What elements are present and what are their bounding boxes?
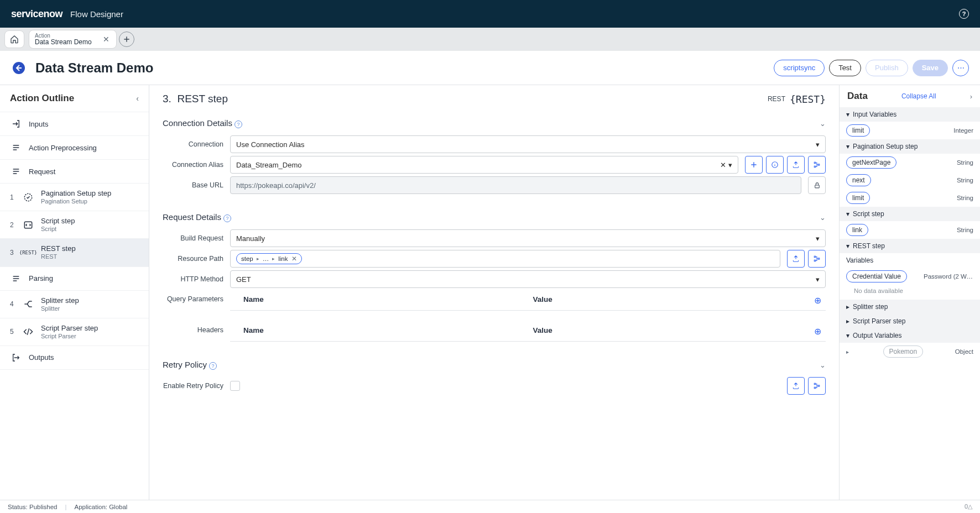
- var-pill-pokemon[interactable]: Pokemon: [883, 346, 924, 358]
- baseurl-field: https://pokeapi.co/api/v2/: [230, 176, 801, 194]
- section-connection: Connection Details? ⌄ Connection Use Con…: [149, 108, 839, 202]
- tab-strip: Action Data Stream Demo ✕: [0, 28, 980, 51]
- group-pagination[interactable]: ▾Pagination Setup step: [840, 139, 980, 154]
- var-pill-next[interactable]: next: [846, 174, 871, 186]
- script-icon: [22, 219, 34, 231]
- add-alias-button[interactable]: [745, 156, 763, 174]
- outline-step-4[interactable]: 4 Splitter stepSplitter: [0, 290, 149, 318]
- resource-path-input[interactable]: step ▸ … ▸ link ✕: [230, 250, 780, 268]
- data-panel: Data Collapse All › ▾Input Variables lim…: [840, 85, 980, 500]
- group-splitter[interactable]: ▸Splitter step: [840, 300, 980, 314]
- svg-rect-12: [814, 387, 815, 388]
- var-pill-getnextpage[interactable]: getNextPage: [846, 156, 896, 169]
- chevron-down-icon: ▾: [816, 275, 820, 284]
- outline-step-1[interactable]: 1 Pagination Setup stepPagination Setup: [0, 183, 149, 211]
- outline-outputs[interactable]: Outputs: [0, 346, 149, 370]
- svg-rect-13: [818, 385, 819, 386]
- info-button[interactable]: [766, 156, 784, 174]
- clear-icon[interactable]: ✕: [720, 161, 726, 169]
- tab-action[interactable]: Action Data Stream Demo ✕: [29, 30, 117, 49]
- step-type-label: REST: [768, 95, 785, 103]
- chevron-down-icon[interactable]: ⌄: [820, 361, 826, 369]
- outline-step-5[interactable]: 5 Script Parser stepScript Parser: [0, 318, 149, 346]
- alias-select[interactable]: Data_Stream_Demo ✕▾: [230, 156, 738, 174]
- group-script[interactable]: ▾Script step: [840, 207, 980, 221]
- query-params-table: Name Value ⊕: [230, 291, 826, 311]
- retry-checkbox[interactable]: [230, 381, 240, 391]
- group-input-vars[interactable]: ▾Input Variables: [840, 107, 980, 122]
- collapse-all-link[interactable]: Collapse All: [901, 92, 936, 100]
- splitter-icon: [22, 298, 34, 310]
- build-request-select[interactable]: Manually ▾: [230, 229, 826, 247]
- warning-count-icon[interactable]: 0△: [965, 503, 972, 510]
- pagination-icon: [22, 191, 34, 203]
- close-icon[interactable]: ✕: [102, 34, 111, 45]
- home-button[interactable]: [4, 30, 24, 48]
- sidebar: Action Outline ‹ Inputs Action Preproces…: [0, 85, 149, 500]
- section-retry: Retry Policy? ⌄ Enable Retry Policy: [149, 350, 839, 403]
- no-data-label: No data available: [840, 285, 980, 300]
- add-tab-button[interactable]: [119, 32, 134, 47]
- tree-button[interactable]: [808, 250, 826, 268]
- title-bar: Data Stream Demo scriptsync Test Publish…: [0, 51, 980, 85]
- tree-button[interactable]: [808, 156, 826, 174]
- save-button: Save: [913, 60, 948, 76]
- svg-rect-10: [818, 258, 819, 259]
- tab-title: Data Stream Demo: [35, 39, 92, 46]
- http-method-select[interactable]: GET ▾: [230, 270, 826, 288]
- chevron-down-icon: ▾: [816, 140, 820, 149]
- add-header-button[interactable]: ⊕: [809, 326, 826, 337]
- outline-preprocess[interactable]: Action Preprocessing: [0, 135, 149, 159]
- var-pill-credential[interactable]: Credential Value: [846, 270, 907, 282]
- add-query-param-button[interactable]: ⊕: [809, 295, 826, 306]
- group-parser[interactable]: ▸Script Parser step: [840, 314, 980, 328]
- help-icon[interactable]: ?: [959, 9, 969, 19]
- outline-parsing[interactable]: Parsing: [0, 266, 149, 290]
- output-icon: [10, 352, 22, 364]
- tree-button[interactable]: [808, 377, 826, 395]
- chevron-down-icon: ▾: [728, 161, 732, 169]
- main-layout: Action Outline ‹ Inputs Action Preproces…: [0, 85, 980, 500]
- chevron-down-icon[interactable]: ⌄: [820, 119, 826, 128]
- outline-request[interactable]: Request: [0, 159, 149, 183]
- remove-pill-icon[interactable]: ✕: [291, 255, 297, 263]
- svg-rect-8: [814, 256, 815, 257]
- list-icon: [10, 273, 22, 285]
- outline-inputs[interactable]: Inputs: [0, 112, 149, 135]
- connection-select[interactable]: Use Connection Alias ▾: [230, 135, 826, 153]
- rest-icon: {REST}: [22, 247, 34, 259]
- svg-rect-5: [814, 166, 815, 167]
- chevron-down-icon[interactable]: ⌄: [820, 213, 826, 222]
- center-panel: 3. REST step REST {REST} Connection Deta…: [149, 85, 840, 500]
- copy-button[interactable]: [787, 156, 805, 174]
- outline-step-2[interactable]: 2 Script stepScript: [0, 211, 149, 238]
- list-icon: [10, 142, 22, 154]
- svg-rect-4: [814, 162, 815, 163]
- var-pill-limit[interactable]: limit: [846, 124, 870, 137]
- help-icon[interactable]: ?: [209, 362, 217, 370]
- collapse-sidebar-icon[interactable]: ‹: [136, 94, 139, 103]
- copy-button[interactable]: [787, 377, 805, 395]
- lock-icon[interactable]: [808, 176, 826, 194]
- group-rest[interactable]: ▾REST step: [840, 239, 980, 253]
- chevron-right-icon[interactable]: ›: [970, 92, 972, 101]
- plus-icon: [123, 35, 131, 43]
- global-header: servicenow Flow Designer ?: [0, 0, 980, 28]
- var-row: limit Integer: [840, 122, 980, 139]
- scriptsync-button[interactable]: scriptsync: [774, 60, 825, 76]
- outline-step-3[interactable]: 3 {REST} REST stepREST: [0, 238, 149, 266]
- help-icon[interactable]: ?: [223, 214, 231, 222]
- sidebar-title: Action Outline: [10, 93, 74, 104]
- var-pill-limit2[interactable]: limit: [846, 192, 870, 204]
- more-button[interactable]: ⋯: [952, 60, 969, 76]
- data-pill[interactable]: step ▸ … ▸ link ✕: [236, 253, 302, 264]
- back-button[interactable]: [11, 60, 27, 76]
- brand: servicenow Flow Designer: [11, 8, 123, 20]
- copy-button[interactable]: [787, 250, 805, 268]
- step-title: 3. REST step: [163, 93, 228, 105]
- group-output[interactable]: ▾Output Variables: [840, 328, 980, 343]
- help-icon[interactable]: ?: [234, 121, 242, 128]
- var-pill-link[interactable]: link: [846, 224, 868, 236]
- test-button[interactable]: Test: [829, 60, 861, 76]
- section-request: Request Details? ⌄ Build Request Manuall…: [149, 202, 839, 350]
